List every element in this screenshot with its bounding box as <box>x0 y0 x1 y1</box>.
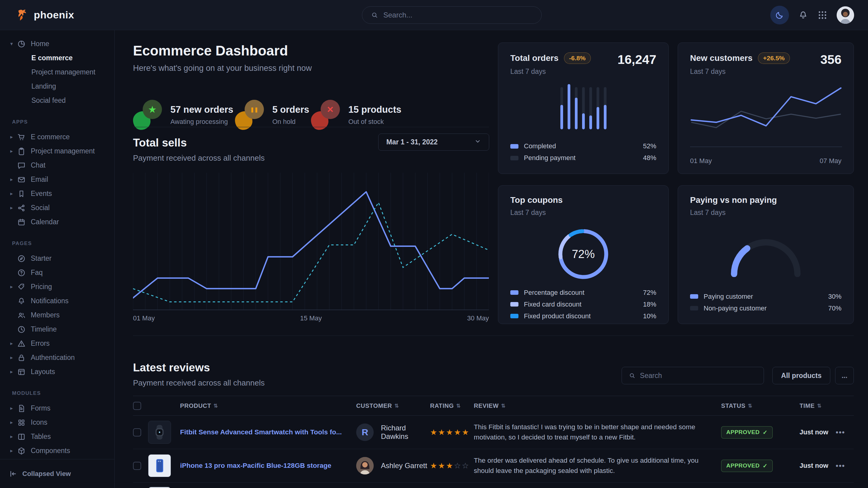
sidebar-item-authentication[interactable]: ▸ Authentication <box>0 351 114 365</box>
sidebar-item-faq[interactable]: Faq <box>0 265 114 280</box>
search-input[interactable] <box>383 11 533 19</box>
stat-sublabel: On hold <box>272 118 309 126</box>
legend-swatch <box>510 290 519 295</box>
sidebar-item-e-commerce[interactable]: ▸ E commerce <box>0 130 114 144</box>
legend-value: 52% <box>643 142 656 150</box>
row-checkbox[interactable] <box>133 462 141 470</box>
row-checkbox[interactable] <box>133 428 141 436</box>
box-icon <box>17 446 26 455</box>
product-link[interactable]: Fitbit Sense Advanced Smartwatch with To… <box>172 428 356 437</box>
sidebar-item-events[interactable]: ▸ Events <box>0 187 114 201</box>
theme-toggle-moon-icon[interactable] <box>770 6 789 24</box>
column-header-rating[interactable]: RATING⇅ <box>430 402 474 409</box>
product-thumbnail-phone <box>148 454 171 477</box>
caret-right-icon: ▸ <box>10 148 17 154</box>
row-menu-button[interactable]: ••• <box>836 461 854 470</box>
brand[interactable]: phoenix <box>16 8 74 22</box>
legend-swatch <box>690 294 698 299</box>
sidebar-item-tables[interactable]: ▸ Tables <box>0 429 114 444</box>
column-header-time[interactable]: TIME⇅ <box>797 402 836 409</box>
sidebar-item-social[interactable]: ▸ Social <box>0 201 114 215</box>
sidebar-item-icons[interactable]: ▸ Icons <box>0 415 114 429</box>
product-link[interactable]: iPhone 13 pro max-Pacific Blue-128GB sto… <box>172 461 356 470</box>
sidebar-subitem-e-commerce[interactable]: E commerce <box>0 51 114 65</box>
sidebar-item-pricing[interactable]: ▸ Pricing <box>0 280 114 294</box>
order-bar <box>560 87 563 129</box>
file-icon <box>17 404 26 413</box>
column-header-status[interactable]: STATUS⇅ <box>721 402 797 409</box>
compass-icon <box>17 254 26 263</box>
stat-orange-icon: ❚❚ <box>235 100 264 130</box>
sidebar-item-starter[interactable]: Starter <box>0 251 114 265</box>
sidebar-item-components[interactable]: ▸ Components <box>0 444 114 458</box>
select-all-checkbox[interactable] <box>133 402 141 410</box>
legend-item: Non-paying customer 70% <box>690 302 841 314</box>
sort-icon: ⇅ <box>395 403 399 409</box>
sidebar-item-project-management[interactable]: ▸ Project management <box>0 144 114 158</box>
kpi-cards: Total orders -6.8% Last 7 days 16,247 <box>498 42 854 324</box>
sidebar-item-home[interactable]: ▾ Home <box>0 37 114 51</box>
sidebar-subitem-landing[interactable]: Landing <box>0 79 114 93</box>
top-navbar: phoenix <box>0 0 868 30</box>
sidebar-item-forms[interactable]: ▸ Forms <box>0 401 114 415</box>
star-filled-icon: ★ <box>454 428 462 437</box>
collapsed-view-toggle[interactable]: Collapsed View <box>0 459 114 488</box>
stat-orange: ❚❚ 5 orders On hold <box>235 100 309 130</box>
sidebar-subitem-social-feed[interactable]: Social feed <box>0 93 114 108</box>
stat-value: 15 products <box>348 104 401 115</box>
column-header-customer[interactable]: CUSTOMER⇅ <box>356 402 430 409</box>
legend-value: 10% <box>643 312 656 320</box>
all-products-button[interactable]: All products <box>772 367 830 384</box>
review-time: Just now <box>797 428 836 436</box>
legend-value: 48% <box>643 154 656 162</box>
sidebar-item-notifications[interactable]: Notifications <box>0 294 114 308</box>
x-label: 15 May <box>300 314 322 322</box>
reviews-search-input[interactable] <box>640 372 757 380</box>
sidebar-item-layouts[interactable]: ▸ Layouts <box>0 365 114 379</box>
row-menu-button[interactable]: ••• <box>836 428 854 436</box>
sidebar-item-label: Pricing <box>31 283 52 291</box>
sidebar-item-timeline[interactable]: Timeline <box>0 322 114 336</box>
reviews-more-button[interactable]: ... <box>835 367 854 384</box>
column-header-review[interactable]: REVIEW⇅ <box>474 402 721 409</box>
notifications-bell-icon[interactable] <box>798 10 808 20</box>
sidebar-item-label: Icons <box>31 418 48 426</box>
table-header-row: PRODUCT⇅ CUSTOMER⇅ RATING⇅ REVIEW⇅ STATU… <box>133 396 854 416</box>
card-title: New customers <box>690 53 752 63</box>
legend-swatch <box>690 306 698 311</box>
sidebar-item-calendar[interactable]: Calendar <box>0 215 114 229</box>
reviews-search[interactable] <box>622 367 764 384</box>
caret-right-icon: ▸ <box>10 284 17 290</box>
stat-sublabel: Awating processing <box>170 118 233 126</box>
sidebar-item-errors[interactable]: ▸ Errors <box>0 336 114 351</box>
column-header-product[interactable]: PRODUCT⇅ <box>172 402 356 409</box>
sidebar-item-email[interactable]: ▸ Email <box>0 172 114 187</box>
caret-right-icon: ▸ <box>10 191 17 197</box>
grid4-icon <box>17 418 26 427</box>
sidebar-item-label: Events <box>31 190 52 198</box>
sidebar-item-chat[interactable]: Chat <box>0 158 114 172</box>
user-avatar[interactable] <box>837 6 854 24</box>
review-text: The order was delivered ahead of schedul… <box>474 455 721 476</box>
sidebar-item-members[interactable]: Members <box>0 308 114 322</box>
sidebar-item-label: Timeline <box>31 325 57 333</box>
sidebar-item-label: Starter <box>31 254 52 263</box>
legend-value: 70% <box>828 304 841 312</box>
review-table-row: iPhone 13 pro max-Pacific Blue-128GB sto… <box>133 449 854 483</box>
card-title: Top coupons <box>510 195 656 205</box>
product-thumbnail <box>148 487 171 488</box>
sidebar-subitem-project-management[interactable]: Project management <box>0 65 114 79</box>
caret-right-icon: ▸ <box>10 448 17 454</box>
global-search[interactable] <box>362 6 542 24</box>
card-period: Last 7 days <box>690 67 790 76</box>
sidebar-item-label: Tables <box>31 432 51 441</box>
date-range-select[interactable]: Mar 1 - 31, 2022 <box>378 133 489 151</box>
star-empty-icon: ☆ <box>454 461 462 470</box>
apps-grid-icon[interactable] <box>817 10 828 20</box>
legend-value: 72% <box>643 289 656 297</box>
card-period: Last 7 days <box>690 208 841 217</box>
sidebar-item-label: Notifications <box>31 297 68 305</box>
order-bar <box>596 87 599 129</box>
order-bar <box>589 87 592 129</box>
card-title: Total orders <box>510 53 559 63</box>
